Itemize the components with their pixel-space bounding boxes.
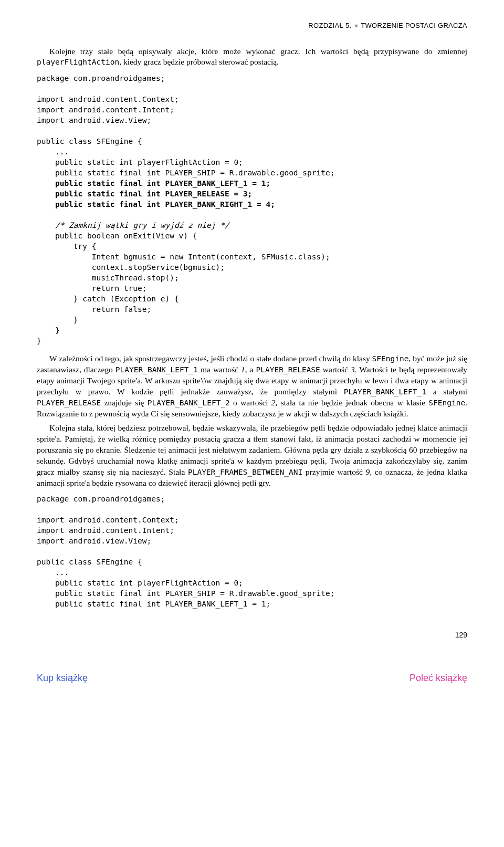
chapter-title: TWORZENIE POSTACI GRACZA (361, 22, 467, 29)
code-bold-line: public static final int PLAYER_RELEASE =… (37, 190, 252, 198)
code-comment: /* Zamknij wątki gry i wyjdź z niej */ (37, 221, 229, 229)
inline-code: PLAYER_RELEASE (37, 399, 101, 407)
recommend-book-link[interactable]: Poleć książkę (410, 672, 467, 684)
inline-code: SFEngine (428, 399, 465, 407)
inline-code: PLAYER_FRAMES_BETWEEN_ANI (188, 468, 302, 476)
page-header: ROZDZIAŁ 5. ■ TWORZENIE POSTACI GRACZA (37, 21, 467, 30)
inline-code: PLAYER_BANK_LEFT_1 (116, 365, 198, 374)
inline-code: playerFlightAction (37, 58, 119, 66)
buy-book-link[interactable]: Kup książkę (37, 672, 88, 684)
inline-code: PLAYER_BANK_LEFT_1 (344, 388, 426, 396)
inline-code: PLAYER_BANK_LEFT_2 (148, 399, 230, 407)
code-bold-line: public static final int PLAYER_BANK_RIGH… (37, 200, 275, 208)
header-separator-icon: ■ (354, 23, 358, 28)
paragraph-explain-1: W zależności od tego, jak spostrzegawczy… (37, 353, 467, 420)
inline-code: PLAYER_RELEASE (256, 365, 320, 374)
code-block-2: package com.proandroidgames; import andr… (37, 494, 467, 609)
inline-code: SFEngine (372, 354, 409, 363)
code-bold-line: public static final int PLAYER_BANK_LEFT… (37, 179, 270, 187)
paragraph-intro: Kolejne trzy stałe będą opisywały akcje,… (37, 46, 467, 68)
page-footer: Kup książkę Poleć książkę (37, 672, 467, 684)
paragraph-explain-2: Kolejna stała, której będziesz potrzebow… (37, 423, 467, 489)
chapter-label: ROZDZIAŁ 5. (308, 22, 351, 29)
code-block-1: package com.proandroidgames; import andr… (37, 73, 467, 346)
page-number: 129 (37, 630, 467, 640)
